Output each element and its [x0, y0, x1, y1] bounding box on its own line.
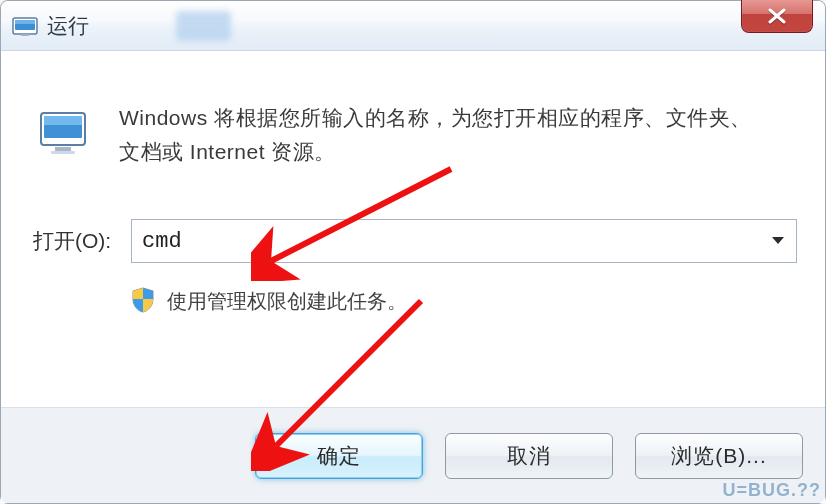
browse-button[interactable]: 浏览(B)... [635, 433, 803, 479]
open-input[interactable] [132, 225, 760, 258]
button-footer: 确定 取消 浏览(B)... [1, 407, 825, 503]
open-row: 打开(O): [31, 219, 797, 263]
close-icon [766, 8, 788, 24]
close-button[interactable] [741, 0, 813, 33]
admin-note-row: 使用管理权限创建此任务。 [131, 287, 797, 315]
titlebar[interactable]: 运行 [1, 1, 825, 51]
watermark-text: U=BUG.?? [722, 480, 821, 501]
run-dialog-icon [11, 14, 39, 38]
title-blur-artifact [176, 11, 231, 41]
svg-rect-8 [51, 151, 75, 154]
cancel-button[interactable]: 取消 [445, 433, 613, 479]
ok-button[interactable]: 确定 [255, 433, 423, 479]
open-combobox[interactable] [131, 219, 797, 263]
combobox-dropdown-button[interactable] [760, 220, 796, 262]
client-area: Windows 将根据您所输入的名称，为您打开相应的程序、文件夹、文档或 Int… [1, 51, 825, 503]
open-label: 打开(O): [31, 227, 131, 255]
window-title: 运行 [47, 12, 89, 40]
uac-shield-icon [131, 287, 157, 315]
run-program-icon [31, 105, 101, 165]
upper-panel: Windows 将根据您所输入的名称，为您打开相应的程序、文件夹、文档或 Int… [1, 51, 825, 407]
chevron-down-icon [771, 236, 785, 246]
svg-rect-3 [21, 34, 29, 36]
svg-rect-6 [44, 116, 82, 125]
description-text: Windows 将根据您所输入的名称，为您打开相应的程序、文件夹、文档或 Int… [119, 101, 759, 169]
description-row: Windows 将根据您所输入的名称，为您打开相应的程序、文件夹、文档或 Int… [31, 101, 797, 169]
admin-note-text: 使用管理权限创建此任务。 [167, 288, 407, 315]
run-dialog-window: 运行 Windows 将根 [0, 0, 826, 504]
svg-rect-2 [15, 20, 35, 24]
svg-rect-7 [55, 147, 71, 151]
